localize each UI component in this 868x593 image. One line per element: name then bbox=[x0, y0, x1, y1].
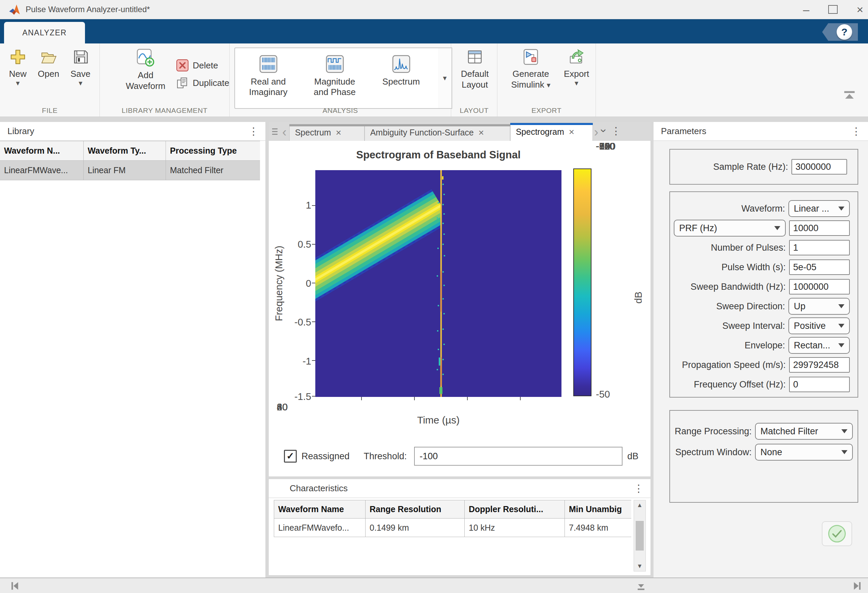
characteristics-table-row[interactable]: LinearFMWavefo... 0.1499 km 10 kHz 7.494… bbox=[274, 518, 631, 537]
close-tab-icon[interactable]: × bbox=[569, 128, 574, 136]
panel-splitter[interactable] bbox=[269, 477, 651, 479]
tab-spectrogram[interactable]: Spectrogram × bbox=[510, 123, 593, 141]
tab-strip-menu-icon[interactable]: ⋮ bbox=[611, 125, 621, 137]
dropdown-arrow-icon bbox=[838, 304, 844, 308]
close-tab-icon[interactable]: × bbox=[336, 129, 341, 137]
number-of-pulses-input[interactable] bbox=[789, 240, 850, 255]
library-column-header[interactable]: Waveform Ty... bbox=[84, 141, 166, 161]
characteristics-scrollbar[interactable]: ▲ ▼ bbox=[634, 500, 646, 571]
help-button[interactable]: ? bbox=[822, 23, 858, 41]
y-axis-tick: 1 bbox=[269, 200, 311, 211]
add-waveform-button[interactable]: Add Waveform bbox=[115, 43, 176, 116]
characteristics-column-header[interactable]: Doppler Resoluti... bbox=[465, 500, 565, 518]
status-bar bbox=[0, 577, 868, 593]
spectrum-icon bbox=[391, 54, 412, 75]
real-and-imaginary-button[interactable]: Real and Imaginary bbox=[235, 48, 301, 108]
new-plus-icon bbox=[9, 48, 27, 66]
export-button[interactable]: Export ▾ bbox=[564, 43, 589, 90]
sweep-direction-dropdown[interactable]: Up bbox=[788, 298, 850, 315]
tab-spectrum[interactable]: Spectrum × bbox=[289, 124, 365, 141]
open-button[interactable]: Open . bbox=[38, 43, 59, 88]
collapse-right-icon[interactable] bbox=[852, 581, 862, 591]
save-floppy-icon bbox=[72, 48, 89, 66]
prf-input[interactable] bbox=[789, 220, 850, 236]
collapse-down-icon[interactable] bbox=[636, 581, 646, 591]
library-column-header[interactable]: Waveform N... bbox=[0, 141, 84, 161]
threshold-bar: ✓ Reassigned Threshold: dB bbox=[284, 446, 638, 466]
default-layout-icon bbox=[466, 48, 484, 66]
range-processing-dropdown[interactable]: Matched Filter bbox=[755, 423, 853, 440]
pulse-waveform-analyzer-window: Pulse Waveform Analyzer-untitled* – × AN… bbox=[0, 0, 868, 593]
apply-check-icon bbox=[828, 525, 846, 543]
spectrum-window-dropdown[interactable]: None bbox=[755, 444, 853, 461]
sweep-interval-dropdown[interactable]: Positive bbox=[788, 317, 850, 334]
scrollbar-thumb[interactable] bbox=[636, 521, 644, 550]
panel-splitter[interactable] bbox=[266, 122, 269, 577]
caret-down-icon: ▾ bbox=[78, 80, 82, 88]
y-axis-tick: -1.5 bbox=[269, 391, 311, 403]
save-button[interactable]: Save ▾ bbox=[71, 43, 90, 88]
threshold-label: Threshold: bbox=[364, 451, 407, 462]
library-panel-title: Library bbox=[7, 126, 34, 137]
waveform-dropdown[interactable]: Linear ... bbox=[788, 200, 850, 217]
parameters-menu-icon[interactable]: ⋮ bbox=[851, 127, 861, 137]
magnitude-and-phase-icon bbox=[325, 54, 345, 75]
characteristics-column-header[interactable]: Min Unambig bbox=[565, 500, 631, 518]
reassigned-checkbox[interactable]: ✓ bbox=[284, 450, 297, 463]
characteristics-menu-icon[interactable]: ⋮ bbox=[634, 484, 644, 494]
document-tab-strip: ‹ Spectrum × Ambiguity Function-Surface … bbox=[269, 122, 651, 141]
gallery-dropdown-button[interactable]: ▾ bbox=[438, 47, 452, 109]
generate-simulink-icon bbox=[522, 48, 540, 66]
spectrogram-heatmap[interactable] bbox=[315, 170, 561, 397]
new-button[interactable]: New ▾ bbox=[9, 43, 27, 88]
sample-rate-input[interactable] bbox=[791, 159, 847, 175]
sample-rate-group: Sample Rate (Hz): bbox=[669, 149, 858, 185]
library-menu-icon[interactable]: ⋮ bbox=[248, 127, 259, 137]
characteristics-column-header[interactable]: Range Resolution bbox=[366, 500, 465, 518]
sweep-bandwidth-input[interactable] bbox=[789, 279, 850, 294]
matlab-logo-icon bbox=[9, 4, 20, 15]
envelope-dropdown[interactable]: Rectan... bbox=[788, 337, 850, 354]
default-layout-button[interactable]: Default Layout bbox=[455, 43, 495, 90]
prf-mode-dropdown[interactable]: PRF (Hz) bbox=[674, 220, 786, 237]
close-button[interactable]: × bbox=[856, 4, 863, 15]
close-tab-icon[interactable]: × bbox=[478, 129, 484, 137]
library-table-row[interactable]: LinearFMWave... Linear FM Matched Filter bbox=[0, 161, 266, 180]
apply-button[interactable] bbox=[822, 521, 852, 546]
dropdown-arrow-icon bbox=[774, 226, 780, 230]
characteristics-column-header[interactable]: Waveform Name bbox=[274, 500, 366, 518]
magnitude-and-phase-button[interactable]: Magnitude and Phase bbox=[301, 48, 368, 108]
ribbon-group-label: EXPORT bbox=[497, 106, 595, 115]
frequency-offset-input[interactable] bbox=[789, 377, 850, 392]
library-column-header[interactable]: Processing Type bbox=[166, 141, 260, 161]
dropdown-arrow-icon bbox=[838, 324, 844, 328]
scroll-down-icon[interactable]: ▼ bbox=[637, 561, 643, 571]
document-area: ‹ Spectrum × Ambiguity Function-Surface … bbox=[269, 122, 651, 577]
collapse-ribbon-button[interactable] bbox=[842, 90, 856, 100]
delete-button[interactable]: Delete bbox=[176, 59, 229, 72]
collapse-left-icon[interactable] bbox=[10, 581, 20, 591]
caret-down-icon: ▾ bbox=[574, 80, 578, 88]
panel-splitter[interactable] bbox=[651, 122, 654, 577]
window-title: Pulse Waveform Analyzer-untitled* bbox=[26, 5, 150, 14]
tab-list-dropdown-icon[interactable]: › bbox=[598, 129, 611, 132]
duplicate-button[interactable]: Duplicate bbox=[176, 77, 229, 89]
drag-grip-icon[interactable] bbox=[272, 128, 278, 135]
ribbon-group-export: Generate Simulink ▾ Export ▾ EXPORT bbox=[497, 43, 596, 116]
colorbar-label: dB bbox=[633, 277, 644, 303]
tab-analyzer[interactable]: ANALYZER bbox=[4, 22, 85, 43]
tab-ambiguity-function-surface[interactable]: Ambiguity Function-Surface × bbox=[365, 124, 510, 141]
spectrum-button[interactable]: Spectrum bbox=[368, 48, 434, 108]
propagation-speed-input[interactable] bbox=[789, 357, 850, 373]
generate-simulink-button[interactable]: Generate Simulink ▾ bbox=[504, 43, 558, 90]
duplicate-icon bbox=[176, 77, 189, 89]
maximize-button[interactable] bbox=[828, 5, 838, 14]
scroll-up-icon[interactable]: ▲ bbox=[637, 500, 643, 510]
threshold-input[interactable] bbox=[414, 447, 623, 466]
ribbon-group-label: LAYOUT bbox=[451, 106, 497, 115]
minimize-button[interactable]: – bbox=[803, 4, 809, 15]
pulse-width-input[interactable] bbox=[789, 259, 850, 275]
plot-title: Spectrogram of Baseband Signal bbox=[315, 149, 561, 161]
parameters-panel: Parameters ⋮ Sample Rate (Hz): Waveform:… bbox=[654, 122, 868, 577]
scroll-tabs-left-icon[interactable]: ‹ bbox=[282, 125, 286, 139]
